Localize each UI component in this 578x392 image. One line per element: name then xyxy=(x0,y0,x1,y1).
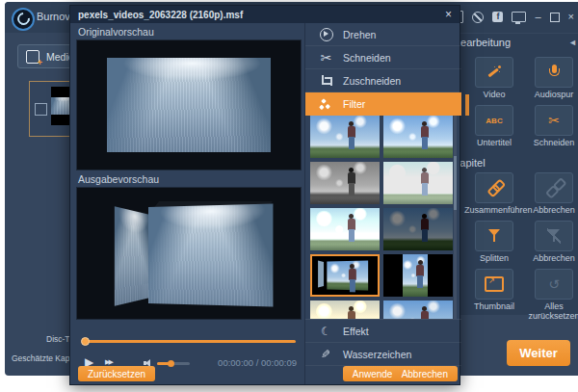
screen: Burnova (Unregistriert) f – × Mediendate… xyxy=(0,0,578,392)
scrollbar-thumb[interactable] xyxy=(454,156,457,210)
effect-icon: ☾ xyxy=(321,326,331,337)
thumbnail-icon xyxy=(485,276,504,292)
dialog-title: pexels_videos_2063228 (2160p).msf xyxy=(78,10,243,20)
tool-label: Alles zurücksetzen xyxy=(524,301,578,321)
tool-label: Schneiden xyxy=(534,138,575,147)
volume-slider[interactable] xyxy=(157,362,190,365)
tool-label: Audiospur xyxy=(535,90,574,99)
next-frame-button[interactable]: ▶▶ xyxy=(105,358,112,366)
filter-warm-thumb[interactable] xyxy=(310,301,380,319)
split-cancel-tool-button xyxy=(535,221,573,251)
filter-grid xyxy=(310,116,453,319)
cancel-button[interactable]: Abbrechen xyxy=(392,366,458,381)
output-preview xyxy=(76,187,302,320)
link-tool-button[interactable] xyxy=(475,172,513,203)
magic-wand-tool-button[interactable] xyxy=(475,57,513,88)
tool-label: Splitten xyxy=(480,253,509,263)
menu-item-label: Wasserzeichen xyxy=(343,349,411,360)
output-preview-label: Ausgabevorschau xyxy=(70,170,304,187)
reset-tool-button: ↺ xyxy=(535,269,573,300)
crop-icon xyxy=(320,74,332,87)
edit-dialog: pexels_videos_2063228 (2160p).msf × Orig… xyxy=(69,5,460,385)
filter-normal-thumb[interactable] xyxy=(383,116,453,158)
filter-normal2-thumb[interactable] xyxy=(383,301,453,319)
filter-cube-thumb[interactable] xyxy=(310,254,380,297)
filter-dark-thumb[interactable] xyxy=(383,208,453,250)
tool-label: Untertitel xyxy=(477,138,512,147)
filter-icon xyxy=(320,97,332,110)
seek-bar[interactable] xyxy=(83,340,296,343)
minimize-button[interactable]: – xyxy=(535,12,540,22)
next-button[interactable]: Weiter xyxy=(507,340,570,366)
tool-label: Thumbnail xyxy=(474,301,514,311)
tool-label: Zusammenführen xyxy=(464,205,524,215)
cube-effect-preview xyxy=(98,199,281,309)
filter-overexposed-thumb[interactable] xyxy=(383,162,453,204)
edit-panel: Videobearbeitung ◄ VideoAudiospurABCUnte… xyxy=(460,34,578,315)
scissors-icon: ✂ xyxy=(548,114,560,127)
tool-label: Video xyxy=(484,90,506,99)
seek-thumb[interactable] xyxy=(81,337,90,346)
menu-item-label: Effekt xyxy=(343,326,369,337)
facebook-icon[interactable]: f xyxy=(492,12,503,22)
scissors-tool-button[interactable]: ✂ xyxy=(535,105,573,136)
reset-icon: ↺ xyxy=(548,277,560,291)
titlebar-actions: f – × xyxy=(454,11,574,23)
link-broken-icon xyxy=(542,176,565,198)
microphone-icon xyxy=(547,65,561,80)
menu-item-wasserzeichen[interactable]: ✎Wasserzeichen xyxy=(305,343,461,366)
collapse-panel-icon[interactable]: ◄ xyxy=(568,38,577,47)
add-media-icon xyxy=(26,50,39,64)
menu-item-effekt[interactable]: ☾Effekt xyxy=(305,320,461,343)
abc-icon: ABC xyxy=(486,117,502,125)
link-icon xyxy=(483,176,505,198)
abc-tool-button[interactable]: ABC xyxy=(475,105,513,136)
thumbnail-tool-button[interactable] xyxy=(475,269,513,300)
menu-item-zuschneiden[interactable]: Zuschneiden xyxy=(305,69,461,92)
watermark-icon: ✎ xyxy=(321,349,330,360)
preview-pane: Originalvorschau Ausgabevorschau ▶ ▶▶ xyxy=(70,23,304,384)
menu-item-label: Drehen xyxy=(343,29,376,40)
tool-label: Abbrechen xyxy=(533,253,575,263)
chapter-section-label: Kapitel xyxy=(453,157,575,169)
menu-item-drehen[interactable]: Drehen xyxy=(305,23,461,46)
link-broken-tool-button xyxy=(535,172,573,203)
media-checkbox[interactable] xyxy=(35,103,47,116)
reset-button[interactable]: Zurücksetzen xyxy=(78,366,155,381)
menu-item-label: Schneiden xyxy=(343,52,391,64)
filter-pillar-thumb[interactable] xyxy=(383,254,453,297)
share-icon[interactable] xyxy=(472,12,484,23)
original-preview xyxy=(76,39,302,170)
menu-item-label: Filter xyxy=(343,98,365,110)
rotate-icon xyxy=(320,28,333,41)
menu-item-filter[interactable]: Filter xyxy=(305,92,461,116)
magic-wand-icon xyxy=(486,65,502,80)
filter-scrollbar[interactable] xyxy=(454,116,457,319)
tool-label: Abbrechen xyxy=(533,205,575,215)
split-tool-button[interactable] xyxy=(475,221,513,251)
close-button[interactable]: × xyxy=(568,12,574,22)
time-display: 00:00:00 / 00:00:09 xyxy=(218,357,297,368)
burnova-logo-icon xyxy=(12,8,35,31)
volume-thumb[interactable] xyxy=(168,360,174,367)
split-icon xyxy=(487,228,501,244)
microphone-tool-button[interactable] xyxy=(535,57,573,88)
edit-options-pane: Drehen✂SchneidenZuschneidenFilter ☾Effek… xyxy=(304,23,461,384)
panel-handle[interactable] xyxy=(465,94,469,116)
original-video xyxy=(107,58,271,152)
menu-item-label: Zuschneiden xyxy=(343,75,401,87)
filter-gray-thumb[interactable] xyxy=(310,162,380,204)
dialog-close-button[interactable]: × xyxy=(445,9,452,20)
original-preview-label: Originalvorschau xyxy=(70,23,304,39)
menu-item-schneiden[interactable]: ✂Schneiden xyxy=(305,46,461,69)
scissors-icon: ✂ xyxy=(321,51,332,65)
screen-icon[interactable] xyxy=(512,12,526,22)
maximize-button[interactable] xyxy=(550,13,560,22)
edit-panel-header: Videobearbeitung ◄ xyxy=(460,34,578,53)
split-cancel-icon xyxy=(547,228,561,244)
filter-original-thumb[interactable] xyxy=(310,116,380,158)
filter-soft-thumb[interactable] xyxy=(310,208,380,250)
dialog-titlebar: pexels_videos_2063228 (2160p).msf × xyxy=(70,6,460,23)
